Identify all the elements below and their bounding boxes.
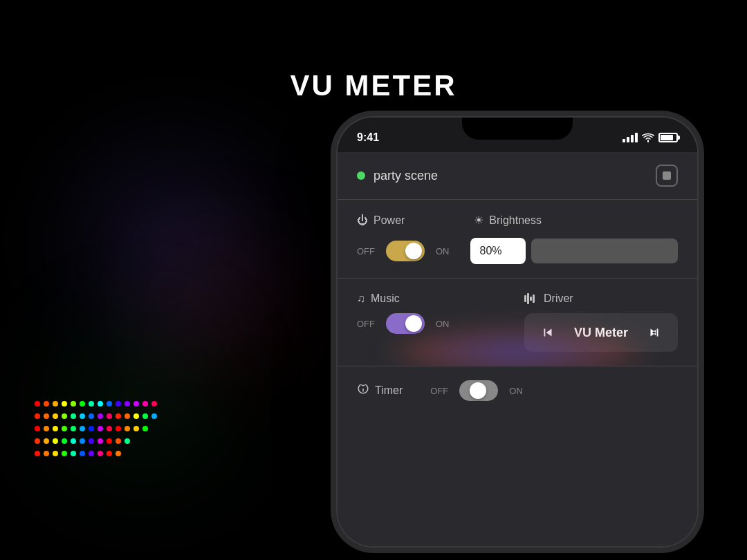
led-dot xyxy=(35,426,40,431)
led-dot xyxy=(53,426,58,431)
next-icon xyxy=(647,325,662,340)
led-dot xyxy=(44,438,49,444)
music-label-text: Music xyxy=(371,292,400,305)
led-dot xyxy=(89,413,94,419)
led-dot xyxy=(89,401,94,407)
led-dot xyxy=(62,426,67,431)
brightness-value: 80% xyxy=(480,245,502,257)
music-driver-cols: ♫ Music OFF ON xyxy=(357,292,678,352)
driver-column: Driver VU Meter xyxy=(524,292,678,352)
led-dot xyxy=(116,451,121,456)
driver-next-button[interactable] xyxy=(642,320,667,345)
led-dot xyxy=(151,401,157,407)
music-toggle[interactable] xyxy=(386,313,425,334)
led-dot xyxy=(44,413,49,419)
svg-rect-1 xyxy=(527,293,529,304)
bg-glow-purple xyxy=(69,138,277,346)
timer-toggle[interactable] xyxy=(459,380,498,401)
prev-icon xyxy=(540,325,555,340)
driver-label: Driver xyxy=(524,292,678,305)
led-dot xyxy=(89,426,94,431)
music-off-label: OFF xyxy=(357,319,375,329)
timer-row: Timer OFF ON xyxy=(357,380,678,401)
led-dot xyxy=(80,451,85,456)
led-dot xyxy=(80,426,85,431)
scene-stop-button[interactable] xyxy=(656,165,678,187)
led-dot xyxy=(53,451,58,456)
led-dot xyxy=(107,438,112,444)
led-dot xyxy=(142,426,148,431)
led-dot xyxy=(53,438,58,444)
brightness-controls: 80% xyxy=(470,238,679,264)
led-dot xyxy=(124,413,130,419)
led-dot xyxy=(71,401,76,407)
brightness-label: ☀ Brightness xyxy=(474,214,542,227)
led-dot xyxy=(71,438,76,444)
led-strip-1 xyxy=(35,401,157,407)
led-dot xyxy=(133,401,139,407)
music-icon: ♫ xyxy=(357,292,365,305)
status-time: 9:41 xyxy=(357,131,379,144)
scene-status-dot xyxy=(357,171,365,180)
power-toggle[interactable] xyxy=(386,241,425,261)
led-dot xyxy=(89,451,94,456)
music-label: ♫ Music xyxy=(357,292,510,305)
led-dot xyxy=(133,426,139,431)
led-dot xyxy=(142,401,148,407)
brightness-slider-track[interactable] xyxy=(531,239,679,263)
led-dot xyxy=(80,401,85,407)
led-dot xyxy=(116,426,121,431)
led-dot xyxy=(44,451,49,456)
led-dot xyxy=(53,413,58,419)
led-dot xyxy=(116,413,121,419)
led-dot xyxy=(107,401,112,407)
wifi-icon xyxy=(642,133,654,142)
svg-rect-0 xyxy=(524,295,526,302)
timer-label-text: Timer xyxy=(375,384,403,397)
led-dot xyxy=(107,426,112,431)
led-dot xyxy=(35,401,40,407)
timer-toggle-thumb xyxy=(470,382,486,399)
led-dot xyxy=(53,401,58,407)
signal-icon xyxy=(622,133,638,142)
bg-glow-green xyxy=(55,311,228,484)
led-dot xyxy=(107,413,112,419)
led-dot xyxy=(107,451,112,456)
music-driver-section: ♫ Music OFF ON xyxy=(338,279,697,366)
led-dot xyxy=(116,401,121,407)
brightness-icon: ☀ xyxy=(474,214,483,227)
led-dot xyxy=(116,438,121,444)
power-toggle-row: OFF ON xyxy=(357,241,450,261)
battery-fill xyxy=(661,135,673,140)
scene-indicator: party scene xyxy=(357,169,438,183)
bg-glow-red xyxy=(152,242,290,380)
led-dot xyxy=(98,438,103,444)
stop-icon xyxy=(663,171,671,180)
music-column: ♫ Music OFF ON xyxy=(357,292,510,352)
led-dot xyxy=(89,438,94,444)
svg-rect-3 xyxy=(533,295,535,303)
power-label-text: Power xyxy=(374,214,405,227)
driver-prev-button[interactable] xyxy=(535,320,560,345)
led-dot xyxy=(44,401,49,407)
led-dot xyxy=(98,451,103,456)
timer-off-label: OFF xyxy=(430,386,448,396)
timer-toggle-row: OFF ON xyxy=(430,380,523,401)
timer-section: Timer OFF ON xyxy=(338,366,697,415)
led-dot xyxy=(62,438,67,444)
scene-name: party scene xyxy=(374,169,438,183)
led-dot xyxy=(124,438,130,444)
power-icon: ⏻ xyxy=(357,214,368,227)
scene-bar: party scene xyxy=(338,152,697,199)
led-dot xyxy=(35,413,40,419)
led-strip-5 xyxy=(35,451,157,456)
led-dot xyxy=(80,438,85,444)
battery-icon xyxy=(658,133,678,142)
led-strip-3 xyxy=(35,426,157,431)
led-dot xyxy=(98,413,103,419)
led-dot xyxy=(35,451,40,456)
led-dot xyxy=(98,426,103,431)
led-dot xyxy=(44,426,49,431)
led-dot xyxy=(62,413,67,419)
led-dot xyxy=(62,451,67,456)
